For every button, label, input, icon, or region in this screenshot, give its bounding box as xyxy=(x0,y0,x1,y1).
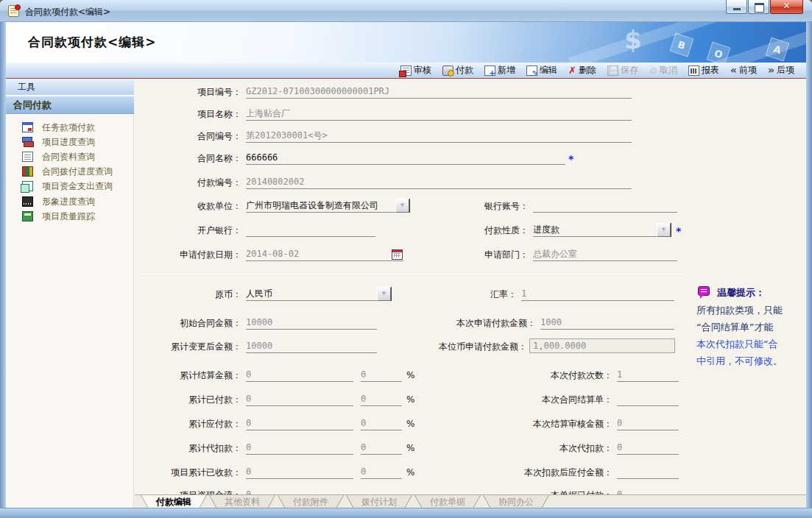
sidebar-item-label: 任务款项付款 xyxy=(42,121,95,134)
project-cum-received-label: 项目累计已收款： xyxy=(110,466,241,479)
cum-deduction-input[interactable]: 0 xyxy=(246,441,353,455)
bank-account-input[interactable] xyxy=(533,199,677,213)
project-name-input[interactable]: 上海贴合厂 xyxy=(246,107,632,121)
settlement-audit-amount-input[interactable]: 0 xyxy=(617,417,679,430)
new-icon xyxy=(484,65,495,76)
report-label: 报表 xyxy=(702,64,719,77)
percent-sign: % xyxy=(406,369,421,382)
payee-label: 收款单位： xyxy=(110,199,241,213)
pay-times-label: 本次付款次数： xyxy=(449,369,612,382)
payee-select-input[interactable]: 广州市明瑞电器设备制造有限公司 xyxy=(246,199,395,213)
project-cum-received-percent-input[interactable]: 0 xyxy=(361,466,402,479)
pay-icon xyxy=(442,65,453,76)
prev-item-button[interactable]: «前项 xyxy=(730,64,757,77)
audit-icon xyxy=(400,65,412,76)
deposit-bank-input[interactable] xyxy=(246,224,375,237)
current-deduction-label: 本次代扣款： xyxy=(449,441,612,455)
payment-nature-select-input[interactable]: 进度款 xyxy=(533,224,657,237)
project-no-input[interactable]: GZ2012-07100300000000001PRJ xyxy=(246,85,632,99)
settlement-doc-input[interactable] xyxy=(617,393,679,406)
dollar-decor: $ xyxy=(624,25,642,54)
tab-allocation-plan[interactable]: 拨付计划 xyxy=(346,495,412,508)
cum-payable-percent-input[interactable]: 0 xyxy=(361,417,402,430)
percent-sign: % xyxy=(406,466,421,479)
next-item-button[interactable]: »后项 xyxy=(768,64,794,77)
save-button[interactable]: 保存 xyxy=(607,64,638,77)
apply-amount-input[interactable]: 1000 xyxy=(540,316,674,330)
payable-after-deduction-input[interactable] xyxy=(617,466,679,479)
window-frame-bottom xyxy=(0,508,812,518)
quality-tracking-icon xyxy=(22,211,33,221)
delete-label: 删除 xyxy=(579,64,596,77)
initial-amount-input[interactable]: 10000 xyxy=(246,316,377,330)
tab-label: 付款编辑 xyxy=(156,497,191,507)
cum-paid-input[interactable]: 0 xyxy=(246,393,353,406)
tab-payment-voucher[interactable]: 付款单据 xyxy=(414,495,481,508)
cum-paid-label: 累计已付款： xyxy=(110,393,241,406)
tab-payment-attachment[interactable]: 付款附件 xyxy=(278,495,344,508)
payment-nature-dropdown-button[interactable] xyxy=(657,223,671,237)
changed-amount-input[interactable]: 10000 xyxy=(246,340,377,353)
cum-settlement-input[interactable]: 0 xyxy=(246,369,353,382)
save-icon xyxy=(607,65,618,76)
calendar-icon[interactable] xyxy=(392,249,403,260)
section-divider xyxy=(140,274,685,274)
currency-dropdown-button[interactable] xyxy=(377,287,391,301)
contract-no-input[interactable]: 第2012030001<号> xyxy=(246,130,632,143)
tab-label: 付款单据 xyxy=(430,497,465,507)
maximize-button[interactable] xyxy=(748,0,769,14)
next-icon: » xyxy=(768,65,774,75)
payment-no-input[interactable]: 20140802002 xyxy=(246,176,632,189)
edit-button[interactable]: 编辑 xyxy=(526,64,557,77)
current-deduction-input[interactable]: 0 xyxy=(617,441,679,455)
cum-deduction-percent-input[interactable]: 0 xyxy=(361,441,402,455)
cum-payable-input[interactable]: 0 xyxy=(246,417,353,430)
required-asterisk: * xyxy=(676,225,681,237)
exchange-rate-input[interactable]: 1 xyxy=(521,288,674,301)
contract-name-input[interactable]: 666666 xyxy=(246,152,565,165)
initial-amount-label: 初始合同金额： xyxy=(110,316,241,330)
audit-button[interactable]: 审核 xyxy=(400,64,431,77)
tab-collaboration[interactable]: 协同办公 xyxy=(483,495,549,508)
close-button[interactable] xyxy=(770,0,803,14)
cum-paid-percent-input[interactable]: 0 xyxy=(361,393,402,406)
apply-dept-input[interactable]: 总裁办公室 xyxy=(533,248,677,261)
tip-bubble-icon xyxy=(698,286,710,296)
contract-docs-icon xyxy=(22,152,33,162)
payee-dropdown-button[interactable] xyxy=(395,199,409,213)
tip-line-2: “合同结算单”才能 xyxy=(696,321,773,334)
cum-settlement-percent-input[interactable]: 0 xyxy=(361,369,402,382)
payable-after-deduction-label: 本次扣款后应付金额： xyxy=(449,466,612,479)
pay-label: 付款 xyxy=(456,64,473,77)
base-currency-amount-input[interactable]: 1,000.0000 xyxy=(529,338,675,353)
tab-payment-edit[interactable]: 付款编辑 xyxy=(141,495,207,508)
apply-dept-label: 申请部门： xyxy=(412,248,529,261)
pay-times-input[interactable]: 1 xyxy=(617,369,679,382)
cancel-button[interactable]: ⊘取消 xyxy=(649,64,677,77)
tip-line-3: 本次代扣款只能“合 xyxy=(696,338,778,351)
window-frame-right xyxy=(806,22,812,518)
exchange-rate-label: 汇率： xyxy=(412,288,517,301)
delete-button[interactable]: ✗删除 xyxy=(568,64,596,77)
project-cum-received-input[interactable]: 0 xyxy=(246,466,353,479)
contract-no-label: 合同编号： xyxy=(110,130,241,143)
report-button[interactable]: 报表 xyxy=(688,64,719,77)
task-payment-icon xyxy=(22,122,33,132)
cum-payable-label: 累计应付款： xyxy=(110,417,241,430)
minimize-button[interactable] xyxy=(726,0,747,14)
new-button[interactable]: 新增 xyxy=(484,64,515,77)
currency-select-input[interactable]: 人民币 xyxy=(246,288,377,301)
project-progress-icon xyxy=(22,137,33,147)
audit-label: 审核 xyxy=(414,64,431,77)
sidebar-item-label: 合同拨付进度查询 xyxy=(42,166,113,178)
tab-other-info[interactable]: 其他资料 xyxy=(209,495,275,508)
currency-label: 原币： xyxy=(110,288,241,301)
contract-name-label: 合同名称： xyxy=(110,152,241,165)
allocation-progress-icon xyxy=(22,166,33,177)
pay-button[interactable]: 付款 xyxy=(442,64,473,77)
apply-date-input[interactable]: 2014-08-02 xyxy=(246,248,403,261)
prev-label: 前项 xyxy=(739,64,757,77)
edit-icon xyxy=(526,65,537,76)
deposit-bank-label: 开户银行： xyxy=(110,224,241,237)
tip-title: 温馨提示： xyxy=(717,286,765,299)
